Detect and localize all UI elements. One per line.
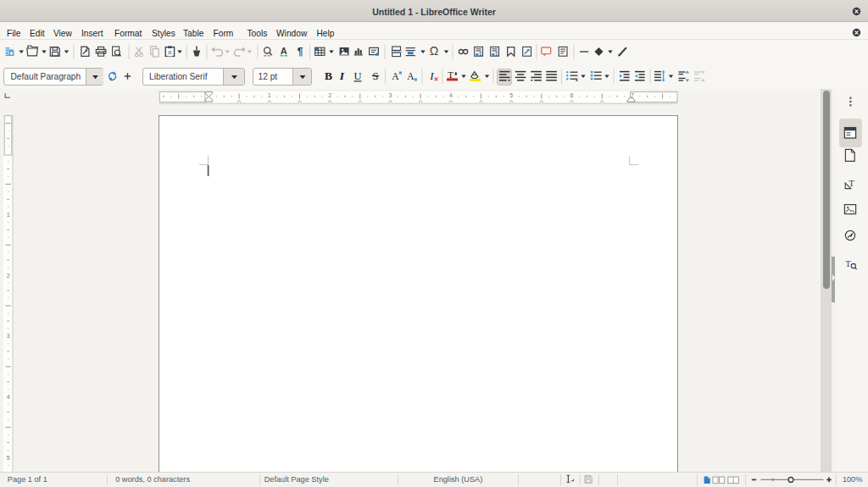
svg-text:T: T (849, 178, 854, 188)
svg-text:1: 1 (7, 212, 10, 218)
svg-text:A: A (281, 46, 287, 56)
svg-text:I: I (339, 69, 345, 82)
svg-text:6: 6 (570, 92, 574, 98)
svg-text:¶: ¶ (298, 46, 303, 58)
svg-text:1: 1 (479, 51, 482, 57)
svg-text:1: 1 (495, 51, 498, 57)
svg-text:5: 5 (7, 455, 10, 461)
svg-text:I: I (429, 69, 434, 82)
svg-text:7: 7 (631, 92, 634, 98)
svg-text:3: 3 (389, 92, 392, 98)
svg-text:T: T (845, 259, 850, 268)
svg-text:3: 3 (7, 333, 10, 339)
svg-text:4: 4 (449, 92, 453, 98)
svg-text:U: U (353, 70, 361, 82)
svg-text:A: A (407, 71, 415, 81)
svg-text:4: 4 (7, 394, 10, 400)
svg-text:2: 2 (7, 273, 10, 279)
svg-text:1: 1 (268, 92, 271, 98)
svg-text:5: 5 (509, 92, 513, 98)
svg-text:B: B (325, 69, 332, 82)
svg-text:T: T (448, 69, 453, 80)
svg-text:Ω: Ω (430, 44, 438, 58)
svg-text:A: A (392, 71, 399, 81)
svg-text:2: 2 (328, 92, 331, 98)
